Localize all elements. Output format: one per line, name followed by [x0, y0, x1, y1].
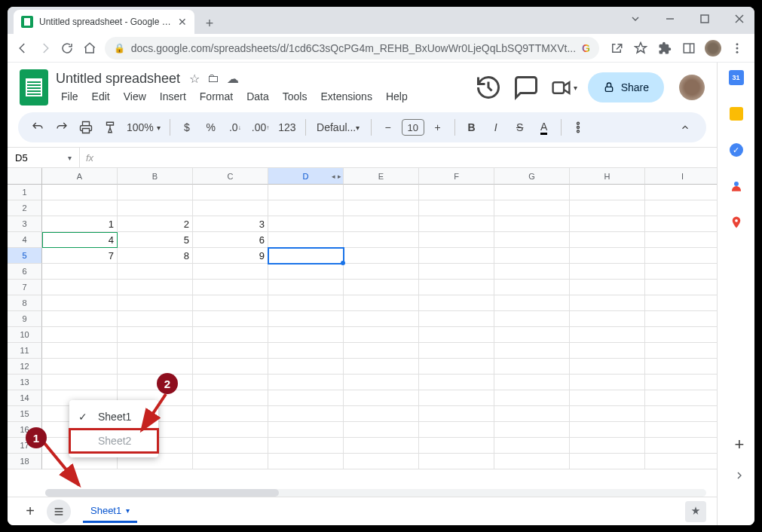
contacts-icon[interactable] — [729, 179, 744, 194]
cell[interactable] — [268, 327, 344, 343]
cell[interactable]: 9 — [193, 248, 268, 264]
cell[interactable] — [42, 185, 118, 200]
cell[interactable] — [344, 375, 419, 390]
cell[interactable] — [344, 454, 419, 469]
row-header[interactable]: 9 — [8, 311, 42, 327]
cell[interactable] — [419, 438, 494, 454]
omnibox[interactable]: 🔒 docs.google.com/spreadsheets/d/1cd6C3s… — [105, 37, 599, 60]
cell[interactable] — [344, 327, 419, 343]
cell[interactable] — [645, 406, 717, 422]
cell[interactable] — [419, 232, 494, 248]
cell[interactable] — [494, 343, 570, 359]
cell[interactable] — [268, 343, 344, 359]
cell[interactable] — [419, 359, 494, 375]
cell[interactable] — [419, 375, 494, 390]
cell[interactable] — [645, 232, 717, 248]
cell[interactable] — [494, 327, 570, 343]
cell[interactable] — [193, 422, 268, 438]
cell[interactable] — [419, 295, 494, 311]
maps-icon[interactable] — [729, 215, 744, 230]
cell[interactable] — [645, 295, 717, 311]
cell[interactable] — [419, 280, 494, 295]
cell[interactable] — [645, 264, 717, 280]
cell[interactable] — [419, 327, 494, 343]
cell[interactable] — [344, 343, 419, 359]
cell[interactable] — [645, 327, 717, 343]
cell[interactable] — [494, 200, 570, 216]
cell[interactable] — [494, 390, 570, 406]
row-header[interactable]: 14 — [8, 390, 42, 406]
cell[interactable] — [570, 343, 645, 359]
sheet-tab-active[interactable]: Sheet1 ▾ — [83, 500, 137, 523]
menu-tools[interactable]: Tools — [277, 88, 313, 105]
cell[interactable] — [570, 438, 645, 454]
row-header[interactable]: 18 — [8, 454, 42, 469]
cell[interactable] — [344, 311, 419, 327]
cell[interactable] — [419, 311, 494, 327]
cell[interactable]: 1 — [42, 216, 118, 232]
row-header[interactable]: 5 — [8, 248, 42, 264]
nav-forward-button[interactable] — [38, 38, 53, 59]
cell[interactable] — [419, 185, 494, 200]
menu-help[interactable]: Help — [381, 88, 413, 105]
cell[interactable] — [42, 343, 118, 359]
cell[interactable] — [570, 264, 645, 280]
cell[interactable] — [344, 200, 419, 216]
cell[interactable] — [494, 185, 570, 200]
menu-view[interactable]: View — [118, 88, 151, 105]
cell[interactable] — [494, 406, 570, 422]
redo-button[interactable] — [51, 117, 72, 138]
cell[interactable] — [193, 295, 268, 311]
cell[interactable] — [344, 438, 419, 454]
cell[interactable] — [419, 216, 494, 232]
cell[interactable] — [42, 327, 118, 343]
cell[interactable] — [645, 359, 717, 375]
history-icon[interactable] — [475, 74, 502, 101]
cell[interactable] — [118, 359, 193, 375]
cell[interactable] — [268, 422, 344, 438]
cell[interactable] — [344, 280, 419, 295]
cell[interactable] — [570, 327, 645, 343]
cell[interactable] — [494, 280, 570, 295]
cell[interactable] — [193, 359, 268, 375]
cell[interactable] — [118, 185, 193, 200]
cell[interactable] — [570, 422, 645, 438]
cell[interactable] — [344, 216, 419, 232]
cell[interactable] — [118, 280, 193, 295]
cell[interactable] — [419, 343, 494, 359]
undo-button[interactable] — [27, 117, 48, 138]
row-header[interactable]: 1 — [8, 185, 42, 200]
cell[interactable] — [570, 454, 645, 469]
font-size-input[interactable]: 10 — [402, 119, 424, 136]
cell[interactable] — [193, 343, 268, 359]
cell[interactable] — [118, 311, 193, 327]
cell[interactable] — [268, 200, 344, 216]
close-tab-icon[interactable]: ✕ — [178, 16, 187, 28]
cell[interactable] — [193, 438, 268, 454]
nav-home-button[interactable] — [82, 38, 97, 59]
cell[interactable] — [344, 359, 419, 375]
row-header[interactable]: 12 — [8, 359, 42, 375]
cell[interactable] — [42, 280, 118, 295]
cell[interactable]: 3 — [193, 216, 268, 232]
cell[interactable] — [570, 216, 645, 232]
cell[interactable] — [118, 375, 193, 390]
menu-insert[interactable]: Insert — [155, 88, 191, 105]
row-header[interactable]: 3 — [8, 216, 42, 232]
cell[interactable] — [268, 454, 344, 469]
text-color-button[interactable]: A — [534, 117, 555, 138]
cell[interactable] — [268, 232, 344, 248]
cell[interactable] — [570, 311, 645, 327]
cell[interactable] — [344, 422, 419, 438]
cell[interactable] — [118, 264, 193, 280]
share-button[interactable]: Share — [588, 72, 664, 102]
cell[interactable] — [193, 185, 268, 200]
cell[interactable] — [494, 375, 570, 390]
menu-file[interactable]: File — [56, 88, 84, 105]
nav-back-button[interactable] — [15, 38, 30, 59]
cell[interactable]: 2 — [118, 216, 193, 232]
cell[interactable] — [419, 406, 494, 422]
cell[interactable] — [570, 390, 645, 406]
cell[interactable] — [645, 216, 717, 232]
more-tools-icon[interactable] — [568, 117, 589, 138]
